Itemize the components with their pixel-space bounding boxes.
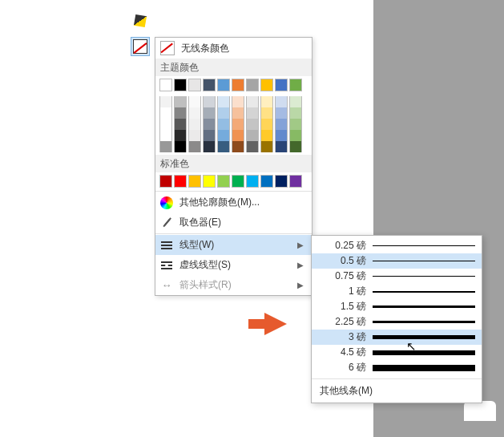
color-swatch[interactable] — [217, 96, 230, 107]
line-weight-option[interactable]: 0.5 磅 — [312, 253, 482, 269]
color-swatch[interactable] — [203, 119, 216, 130]
color-swatch[interactable] — [289, 119, 302, 130]
line-dash-item[interactable]: 虚线线型(S) ▶ — [155, 255, 312, 275]
color-swatch[interactable] — [188, 175, 201, 188]
color-swatch[interactable] — [289, 130, 302, 141]
color-swatch[interactable] — [217, 141, 230, 152]
color-swatch[interactable] — [159, 119, 172, 130]
color-swatch[interactable] — [289, 79, 302, 91]
no-line-item[interactable]: 无线条颜色 — [155, 38, 312, 59]
color-swatch[interactable] — [174, 141, 187, 152]
color-swatch[interactable] — [159, 175, 172, 188]
chevron-right-icon: ▶ — [297, 281, 307, 289]
color-swatch[interactable] — [246, 79, 259, 91]
color-swatch[interactable] — [275, 107, 288, 119]
line-weight-option[interactable]: 2.25 磅 — [312, 314, 482, 330]
color-swatch[interactable] — [260, 141, 273, 152]
color-swatch[interactable] — [203, 107, 216, 119]
color-swatch[interactable] — [232, 119, 244, 130]
outline-color-popup: 无线条颜色 主题颜色 标准色 其他轮廓颜色(M)... 取色器(E) 线型(W)… — [155, 37, 312, 296]
line-weight-option[interactable]: 6 磅 — [312, 360, 482, 375]
color-swatch[interactable] — [260, 79, 273, 91]
standard-colors-label: 标准色 — [155, 155, 312, 172]
color-swatch[interactable] — [260, 119, 273, 130]
color-swatch[interactable] — [217, 119, 230, 130]
color-swatch[interactable] — [203, 175, 216, 188]
color-swatch[interactable] — [260, 130, 273, 141]
standard-colors-row — [155, 172, 312, 190]
line-weight-option-label: 0.5 磅 — [317, 254, 366, 268]
color-swatch[interactable] — [203, 96, 216, 107]
color-swatch[interactable] — [174, 96, 187, 107]
color-swatch[interactable] — [275, 96, 288, 107]
color-swatch[interactable] — [246, 107, 259, 119]
color-swatch[interactable] — [232, 141, 244, 152]
line-weight-option[interactable]: 4.5 磅 — [312, 345, 482, 360]
color-swatch[interactable] — [246, 96, 259, 107]
arrow-style-label: 箭头样式(R) — [179, 278, 232, 292]
color-swatch[interactable] — [232, 79, 244, 91]
color-swatch[interactable] — [246, 130, 259, 141]
color-swatch[interactable] — [174, 107, 187, 119]
color-swatch[interactable] — [159, 96, 172, 107]
line-weight-preview — [373, 365, 475, 371]
color-swatch[interactable] — [289, 96, 302, 107]
color-swatch[interactable] — [188, 119, 201, 130]
color-swatch[interactable] — [174, 79, 187, 91]
color-swatch[interactable] — [159, 107, 172, 119]
color-swatch[interactable] — [246, 119, 259, 130]
line-weight-option[interactable]: 1.5 磅 — [312, 299, 482, 314]
color-swatch[interactable] — [289, 141, 302, 152]
fill-color-button[interactable] — [131, 11, 150, 30]
line-dash-icon — [160, 259, 173, 272]
color-swatch[interactable] — [217, 175, 230, 188]
outline-color-button[interactable] — [131, 37, 150, 56]
color-swatch[interactable] — [188, 96, 201, 107]
line-weight-preview — [373, 261, 475, 261]
color-swatch[interactable] — [188, 107, 201, 119]
color-swatch[interactable] — [232, 96, 244, 107]
color-swatch[interactable] — [275, 119, 288, 130]
eyedropper-item[interactable]: 取色器(E) — [155, 212, 312, 233]
color-swatch[interactable] — [174, 130, 187, 141]
line-weight-option[interactable]: 0.25 磅 — [312, 238, 482, 253]
line-weight-preview — [373, 321, 475, 324]
more-lines-item[interactable]: 其他线条(M) — [312, 379, 482, 403]
color-swatch[interactable] — [232, 107, 244, 119]
color-swatch[interactable] — [217, 130, 230, 141]
color-swatch[interactable] — [275, 79, 288, 91]
line-weight-option[interactable]: 3 磅 — [312, 330, 482, 345]
color-swatch[interactable] — [260, 175, 273, 188]
color-swatch[interactable] — [188, 79, 201, 91]
line-weight-item[interactable]: 线型(W) ▶ — [155, 235, 312, 255]
line-weight-submenu: 0.25 磅0.5 磅0.75 磅1 磅1.5 磅2.25 磅3 磅4.5 磅6… — [311, 235, 482, 403]
line-weight-icon — [160, 239, 173, 252]
color-swatch[interactable] — [203, 130, 216, 141]
color-swatch[interactable] — [203, 141, 216, 152]
color-swatch[interactable] — [174, 175, 187, 188]
color-swatch[interactable] — [289, 107, 302, 119]
color-swatch[interactable] — [159, 141, 172, 152]
color-swatch[interactable] — [217, 107, 230, 119]
color-swatch[interactable] — [174, 119, 187, 130]
line-weight-option[interactable]: 1 磅 — [312, 284, 482, 299]
more-outline-colors-item[interactable]: 其他轮廓颜色(M)... — [155, 192, 312, 212]
color-swatch[interactable] — [275, 130, 288, 141]
line-weight-option[interactable]: 0.75 磅 — [312, 269, 482, 284]
line-weight-preview — [373, 276, 475, 277]
color-swatch[interactable] — [260, 96, 273, 107]
color-swatch[interactable] — [203, 79, 216, 91]
color-swatch[interactable] — [159, 79, 172, 91]
color-swatch[interactable] — [275, 141, 288, 152]
color-swatch[interactable] — [188, 141, 201, 152]
color-swatch[interactable] — [289, 175, 302, 188]
color-swatch[interactable] — [159, 130, 172, 141]
color-swatch[interactable] — [246, 175, 259, 188]
color-swatch[interactable] — [246, 141, 259, 152]
color-swatch[interactable] — [275, 175, 288, 188]
color-swatch[interactable] — [260, 107, 273, 119]
color-swatch[interactable] — [232, 130, 244, 141]
color-swatch[interactable] — [188, 130, 201, 141]
color-swatch[interactable] — [217, 79, 230, 91]
color-swatch[interactable] — [232, 175, 244, 188]
